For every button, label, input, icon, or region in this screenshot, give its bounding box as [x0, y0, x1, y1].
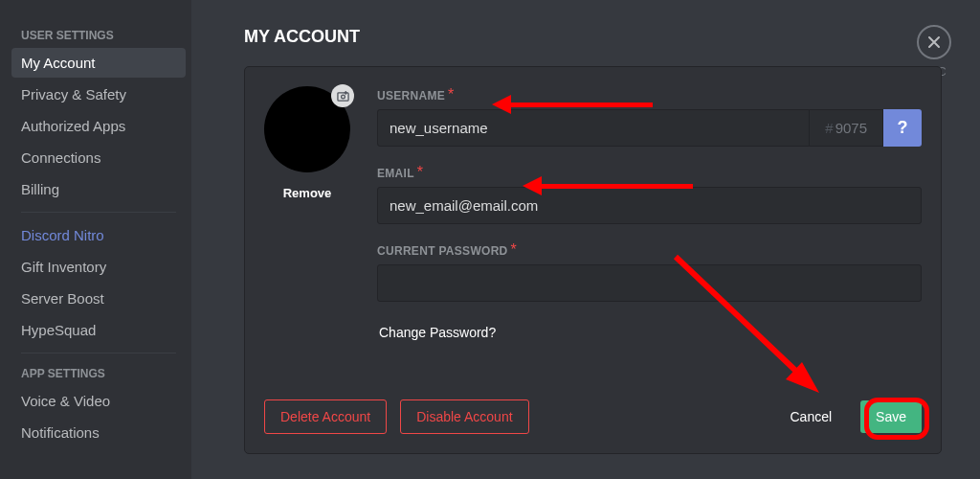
- cancel-button[interactable]: Cancel: [774, 400, 847, 433]
- sidebar-item-label: Connections: [21, 149, 100, 166]
- sidebar-item-notifications[interactable]: Notifications: [11, 418, 186, 447]
- sidebar-item-voice-video[interactable]: Voice & Video: [11, 386, 186, 416]
- svg-marker-3: [786, 362, 819, 393]
- sidebar-item-billing[interactable]: Billing: [11, 174, 186, 204]
- sidebar-item-label: Privacy & Safety: [21, 86, 126, 103]
- upload-image-icon: [337, 90, 349, 103]
- sidebar-item-connections[interactable]: Connections: [11, 143, 186, 172]
- sidebar-item-gift-inventory[interactable]: Gift Inventory: [11, 252, 186, 282]
- account-card: Remove Username* #9075 ? Email* Curren: [244, 66, 942, 454]
- required-indicator: *: [448, 86, 454, 103]
- required-indicator: *: [417, 164, 423, 180]
- remove-avatar-link[interactable]: Remove: [264, 186, 350, 200]
- sidebar-item-label: Gift Inventory: [21, 259, 106, 275]
- svg-point-1: [341, 95, 345, 99]
- sidebar-item-my-account[interactable]: My Account: [11, 48, 186, 78]
- discriminator-display: #9075: [810, 109, 883, 147]
- discriminator-value: 9075: [835, 120, 867, 136]
- sidebar-item-authorized-apps[interactable]: Authorized Apps: [11, 111, 186, 141]
- username-input[interactable]: [377, 109, 810, 147]
- primary-actions: Cancel Save: [774, 400, 922, 433]
- settings-sidebar: User Settings My Account Privacy & Safet…: [0, 0, 191, 479]
- upload-avatar-button[interactable]: [331, 84, 354, 107]
- page-title: My Account: [244, 27, 942, 47]
- danger-actions: Delete Account Disable Account: [264, 399, 529, 434]
- card-footer: Delete Account Disable Account Cancel Sa…: [264, 396, 922, 434]
- sidebar-item-hypesquad[interactable]: HypeSquad: [11, 315, 186, 345]
- close-button[interactable]: [917, 25, 951, 59]
- username-label: Username: [377, 89, 445, 103]
- close-icon: [926, 34, 942, 50]
- sidebar-heading-user: User Settings: [11, 23, 186, 48]
- avatar-column: Remove: [264, 86, 350, 346]
- email-label: Email: [377, 167, 414, 180]
- save-button[interactable]: Save: [860, 400, 922, 433]
- question-icon: ?: [898, 118, 908, 138]
- delete-account-button[interactable]: Delete Account: [264, 399, 387, 434]
- avatar[interactable]: [264, 86, 350, 172]
- change-password-link[interactable]: Change Password?: [377, 319, 498, 346]
- sidebar-item-label: Voice & Video: [21, 393, 110, 409]
- password-field-block: Current Password*: [377, 241, 922, 302]
- sidebar-item-label: Billing: [21, 181, 59, 197]
- fields-column: Username* #9075 ? Email* Current Passwor…: [377, 86, 922, 346]
- sidebar-item-label: My Account: [21, 55, 96, 71]
- required-indicator: *: [511, 241, 517, 258]
- sidebar-divider: [21, 212, 176, 213]
- sidebar-item-nitro[interactable]: Discord Nitro: [11, 220, 186, 250]
- current-password-input[interactable]: [377, 264, 922, 302]
- main-content: My Account ESC Remove Username*: [191, 0, 980, 479]
- username-field-block: Username* #9075 ?: [377, 86, 922, 147]
- email-input[interactable]: [377, 187, 922, 224]
- disable-account-button[interactable]: Disable Account: [400, 399, 528, 434]
- password-label: Current Password: [377, 244, 508, 258]
- sidebar-item-privacy[interactable]: Privacy & Safety: [11, 80, 186, 109]
- discriminator-help-button[interactable]: ?: [883, 109, 922, 147]
- sidebar-item-label: Notifications: [21, 424, 100, 441]
- sidebar-item-label: Discord Nitro: [21, 227, 104, 243]
- hash-icon: #: [825, 120, 833, 136]
- sidebar-divider: [21, 353, 176, 354]
- sidebar-item-label: HypeSquad: [21, 322, 96, 338]
- svg-rect-0: [337, 92, 347, 100]
- email-field-block: Email*: [377, 164, 922, 224]
- sidebar-heading-app: App Settings: [11, 361, 186, 386]
- sidebar-item-label: Server Boost: [21, 290, 104, 307]
- sidebar-item-label: Authorized Apps: [21, 118, 125, 134]
- sidebar-item-server-boost[interactable]: Server Boost: [11, 284, 186, 313]
